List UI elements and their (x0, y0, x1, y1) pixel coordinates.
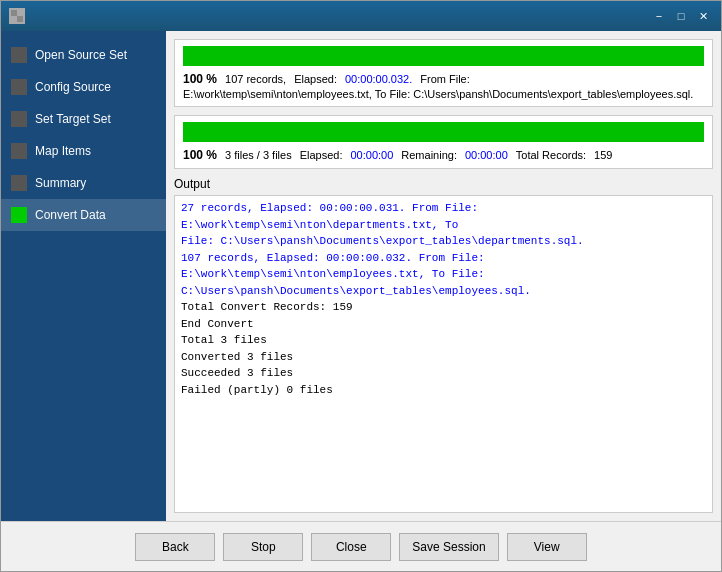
output-section: Output 27 records, Elapsed: 00:00:00.031… (174, 177, 713, 513)
output-line: C:\Users\pansh\Documents\export_tables\e… (181, 283, 706, 300)
progress-elapsed-label-2: Elapsed: (300, 149, 343, 161)
stop-button[interactable]: Stop (223, 533, 303, 561)
output-line: End Convert (181, 316, 706, 333)
output-box[interactable]: 27 records, Elapsed: 00:00:00.031. From … (174, 195, 713, 513)
progress-from-label-1: From File: (420, 73, 470, 85)
sidebar-item-map-items[interactable]: Map Items (1, 135, 166, 167)
app-icon (9, 8, 25, 24)
output-line: 27 records, Elapsed: 00:00:00.031. From … (181, 200, 706, 233)
sidebar-item-convert-data[interactable]: Convert Data (1, 199, 166, 231)
bottom-bar: Back Stop Close Save Session View (1, 521, 721, 571)
output-line: Converted 3 files (181, 349, 706, 366)
svg-rect-2 (11, 16, 17, 22)
sidebar-label-set-target-set: Set Target Set (35, 112, 111, 126)
progress-from-value-1: E:\work\temp\semi\nton\employees.txt, (183, 88, 372, 100)
progress-section-1: 100 % 107 records, Elapsed: 00:00:00.032… (174, 39, 713, 107)
output-line: Failed (partly) 0 files (181, 382, 706, 399)
maximize-button[interactable]: □ (671, 6, 691, 26)
title-bar-buttons: − □ ✕ (649, 6, 713, 26)
main-window: − □ ✕ Open Source Set Config Source Set … (0, 0, 722, 572)
progress-elapsed-label-1: Elapsed: (294, 73, 337, 85)
output-line: Succeeded 3 files (181, 365, 706, 382)
sidebar-indicator-config-source (11, 79, 27, 95)
view-button[interactable]: View (507, 533, 587, 561)
output-line: Total Convert Records: 159 (181, 299, 706, 316)
sidebar-label-config-source: Config Source (35, 80, 111, 94)
title-bar-left (9, 8, 25, 24)
sidebar-label-convert-data: Convert Data (35, 208, 106, 222)
output-line: Total 3 files (181, 332, 706, 349)
progress-total-label-2: Total Records: (516, 149, 586, 161)
sidebar-label-open-source-set: Open Source Set (35, 48, 127, 62)
output-cursor (181, 400, 188, 412)
save-session-button[interactable]: Save Session (399, 533, 498, 561)
output-label: Output (174, 177, 713, 191)
back-button[interactable]: Back (135, 533, 215, 561)
svg-rect-0 (11, 10, 17, 16)
progress-percent-1: 100 % (183, 72, 217, 86)
progress-to-value-1: C:\Users\pansh\Documents\export_tables\e… (413, 88, 693, 100)
output-line: 107 records, Elapsed: 00:00:00.032. From… (181, 250, 706, 283)
sidebar: Open Source Set Config Source Set Target… (1, 31, 166, 521)
sidebar-indicator-summary (11, 175, 27, 191)
close-window-button[interactable]: ✕ (693, 6, 713, 26)
progress-elapsed-value-2: 00:00:00 (350, 149, 393, 161)
close-button[interactable]: Close (311, 533, 391, 561)
sidebar-indicator-map-items (11, 143, 27, 159)
main-content: Open Source Set Config Source Set Target… (1, 31, 721, 521)
progress-elapsed-value-1: 00:00:00.032. (345, 73, 412, 85)
sidebar-item-set-target-set[interactable]: Set Target Set (1, 103, 166, 135)
progress-detail-1: E:\work\temp\semi\nton\employees.txt, To… (183, 88, 704, 100)
progress-info-1: 100 % 107 records, Elapsed: 00:00:00.032… (183, 72, 704, 86)
svg-rect-1 (17, 10, 23, 16)
progress-to-label-1: To File: (375, 88, 410, 100)
progress-total-value-2: 159 (594, 149, 612, 161)
progress-records-1: 107 records, (225, 73, 286, 85)
svg-rect-3 (17, 16, 23, 22)
minimize-button[interactable]: − (649, 6, 669, 26)
progress-info-2: 100 % 3 files / 3 files Elapsed: 00:00:0… (183, 148, 704, 162)
progress-remaining-value-2: 00:00:00 (465, 149, 508, 161)
progress-bar-2 (183, 122, 704, 142)
output-line: File: C:\Users\pansh\Documents\export_ta… (181, 233, 706, 250)
sidebar-item-summary[interactable]: Summary (1, 167, 166, 199)
sidebar-indicator-convert-data (11, 207, 27, 223)
title-bar: − □ ✕ (1, 1, 721, 31)
sidebar-indicator-set-target-set (11, 111, 27, 127)
sidebar-item-open-source-set[interactable]: Open Source Set (1, 39, 166, 71)
sidebar-item-config-source[interactable]: Config Source (1, 71, 166, 103)
sidebar-indicator-open-source-set (11, 47, 27, 63)
progress-bar-1 (183, 46, 704, 66)
progress-section-2: 100 % 3 files / 3 files Elapsed: 00:00:0… (174, 115, 713, 169)
progress-files-2: 3 files / 3 files (225, 149, 292, 161)
sidebar-label-summary: Summary (35, 176, 86, 190)
sidebar-label-map-items: Map Items (35, 144, 91, 158)
progress-percent-2: 100 % (183, 148, 217, 162)
progress-remaining-label-2: Remaining: (401, 149, 457, 161)
right-panel: 100 % 107 records, Elapsed: 00:00:00.032… (166, 31, 721, 521)
